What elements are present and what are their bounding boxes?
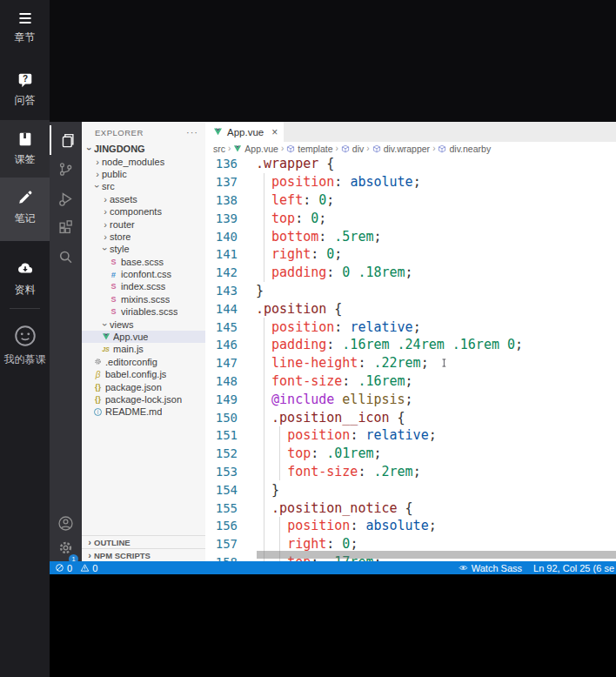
tab-bar: App.vue× [205,122,616,142]
code-content: top: .01rem; [238,445,616,463]
code-line[interactable]: 142 padding: 0 .18rem; [205,264,616,282]
editor-viewport[interactable]: 136.wrapper {137 position: absolute;138 … [205,155,616,561]
json-file-icon: {} [93,395,103,404]
breadcrumb-item[interactable]: div.nearby [438,144,491,154]
code-line[interactable]: 147 line-height: .22rem; [205,354,616,372]
line-number: 137 [205,175,238,189]
sidebar-item-face[interactable]: 我的慕课 [0,324,50,367]
activitybar-explorer-icon[interactable] [50,125,82,155]
code-content: left: 0; [238,191,616,210]
code-line[interactable]: 151 position: relative; [205,426,616,445]
code-line[interactable]: 156 position: absolute; [205,517,616,535]
code-line[interactable]: 155 .position_notice { [205,499,616,517]
code-token: absolute [350,174,412,190]
tree-item-viriables-scss[interactable]: Sviriables.scss [82,305,205,318]
code-line[interactable]: 145 position: relative; [205,318,616,336]
tree-item-app-vue[interactable]: App.vue [82,331,205,343]
error-icon [55,563,64,573]
code-token: : [326,337,342,352]
code-line[interactable]: 139 top: 0; [205,209,616,227]
sidebar-item-bookmark[interactable]: 课签 [0,131,50,167]
code-line[interactable]: 144.position { [205,299,616,318]
tree-item-babel-config-js[interactable]: βbabel.config.js [82,368,205,380]
indent-guide [279,517,280,535]
readme-file-icon: i [93,408,103,416]
code-line[interactable]: 153 font-size: .2rem; [205,463,616,481]
tree-item--editorconfig[interactable]: .editorconfig [82,356,205,368]
json-file-icon: {} [93,383,103,392]
breadcrumb: src›App.vue›template›div›div.wrapper›div… [205,142,616,155]
explorer-actions-icon[interactable]: ··· [186,128,198,137]
tree-item-assets[interactable]: ›assets [82,193,205,205]
code-token: ; [421,355,429,371]
code-line[interactable]: 149 @include ellipsis; [205,390,616,408]
code-line[interactable]: 141 right: 0; [205,245,616,264]
tree-item-iconfont-css[interactable]: #iconfont.css [82,268,205,280]
sidebar-item-pencil[interactable]: 笔记 [0,188,50,226]
code-line[interactable]: 152 top: .01rem; [205,445,616,463]
tree-item-jingdong[interactable]: ›JINGDONG [82,143,205,155]
statusbar-warnings[interactable]: 0 [80,563,97,573]
tree-item-src[interactable]: ›src [82,180,205,192]
activitybar-search-icon[interactable] [50,242,82,271]
tree-item-index-scss[interactable]: Sindex.scss [82,280,205,292]
activitybar-source-control-icon[interactable] [50,155,82,184]
breadcrumb-item[interactable]: src [213,144,225,154]
tree-item-label: babel.config.js [105,369,166,379]
activitybar-run-debug-icon[interactable] [50,184,82,213]
statusbar-cursor-position[interactable]: Ln 92, Col 25 (6 se [533,563,614,573]
breadcrumb-item[interactable]: App.vue [233,144,278,154]
code-line[interactable]: 136.wrapper { [205,155,616,173]
code-line[interactable]: 137 position: absolute; [205,173,616,191]
code-line[interactable]: 150 .position__icon { [205,408,616,426]
code-token: @include [271,392,334,407]
sidebar-item-qa[interactable]: ?问答 [0,71,50,108]
sidebar-item-menu[interactable]: 章节 [0,10,50,45]
indent-guide [264,227,264,245]
code-line[interactable]: 146 padding: .16rem .24rem .16rem 0; [205,336,616,354]
tree-item-package-lock-json[interactable]: {}package-lock.json [82,393,205,406]
tree-item-views[interactable]: ›views [82,318,205,330]
explorer-title: EXPLORER [95,128,144,137]
breadcrumb-item[interactable]: template [286,144,332,154]
tree-item-store[interactable]: ›store [82,231,205,243]
tree-item-node-modules[interactable]: ›node_modules [82,155,205,167]
tree-item-base-scss[interactable]: Sbase.scss [82,256,205,268]
breadcrumb-item[interactable]: div.wrapper [372,144,431,154]
code-content: .position_notice { [238,499,616,517]
tree-item-mixins-scss[interactable]: Smixins.scss [82,293,205,305]
section-outline[interactable]: ›OUTLINE [82,535,205,548]
horizontal-scrollbar[interactable] [257,551,616,559]
line-number: 145 [205,320,238,334]
tree-item-components[interactable]: ›components [82,205,205,218]
activitybar-extensions-icon[interactable] [50,213,82,243]
tree-item-style[interactable]: ›style [82,243,205,255]
sass-file-icon: S [109,258,118,266]
tree-item-readme-md[interactable]: iREADME.md [82,406,205,418]
face-icon [13,324,37,348]
code-line[interactable]: 143} [205,282,616,300]
tree-item-public[interactable]: ›public [82,168,205,180]
section-npm-scripts[interactable]: ›NPM SCRIPTS [82,548,205,561]
code-token: ; [373,446,381,461]
code-line[interactable]: 148 font-size: .16rem; [205,372,616,391]
tree-item-router[interactable]: ›router [82,218,205,230]
code-token: position [271,174,334,190]
tab-app-vue[interactable]: App.vue× [205,122,284,142]
statusbar-errors[interactable]: 0 [55,563,72,573]
code-token: { [326,301,342,317]
statusbar-watch-sass[interactable]: Watch Sass [459,563,522,573]
tree-item-package-json[interactable]: {}package.json [82,380,205,392]
tab-close-icon[interactable]: × [271,126,278,138]
sidebar-item-cloud-download[interactable]: 资料 [0,259,50,298]
tree-item-main-js[interactable]: JSmain.js [82,343,205,355]
settings-gear-icon[interactable]: 1 [50,533,82,562]
code-line[interactable]: 140 bottom: .5rem; [205,227,616,245]
svg-text:?: ? [22,74,27,84]
code-line[interactable]: 138 left: 0; [205,191,616,210]
breadcrumb-item[interactable]: div [341,144,364,154]
code-line[interactable]: 154 } [205,480,616,499]
code-content: .wrapper { [238,155,616,173]
code-content: position: absolute; [238,173,616,191]
code-indent [256,464,287,479]
